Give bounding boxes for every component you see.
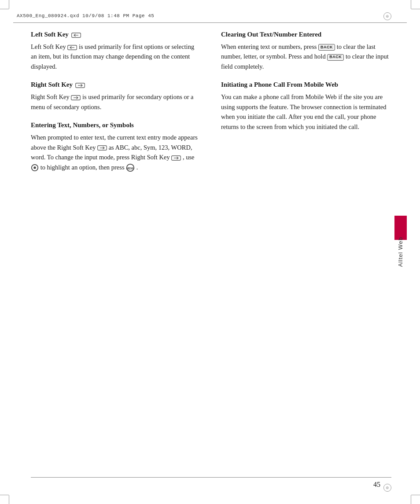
header-bar: AX500_Eng_080924.qxd 10/9/08 1:48 PM Pag… <box>13 9 407 23</box>
clearing-text-heading: Clearing Out Text/Number Entered <box>221 31 321 38</box>
svg-point-25 <box>33 167 36 169</box>
right-key-svg-body <box>71 95 81 101</box>
sidebar-label: Alltel Web <box>394 132 407 372</box>
right-soft-key-icon-title <box>75 81 85 88</box>
section-title-clearing-text: Clearing Out Text/Number Entered <box>221 31 389 38</box>
section-body-right-soft-key: Right Soft Key is used primarily for sec… <box>31 92 199 112</box>
right-key-svg-title <box>75 82 85 88</box>
left-soft-key-icon-body <box>67 43 79 50</box>
crop-mark-tr-h <box>411 9 420 9</box>
initiating-call-heading: Initiating a Phone Call From Mobile Web <box>221 81 338 88</box>
main-content: Left Soft Key Left Soft Key <box>31 31 389 473</box>
page-number: 45 <box>373 481 380 489</box>
bottom-divider <box>31 477 391 478</box>
registration-mark-top-right: ⊕ <box>383 12 391 20</box>
entering-text-heading: Entering Text, Numbers, or Symbols <box>31 121 134 129</box>
back-key-press: BACK <box>318 44 335 51</box>
crop-mark-br-v <box>411 495 411 504</box>
crop-mark-br-h <box>411 495 420 495</box>
right-soft-key-icon-entering <box>97 144 109 151</box>
left-key-svg-body <box>67 44 77 51</box>
left-key-svg-title <box>71 32 81 38</box>
right-key-svg-change <box>171 155 181 161</box>
sidebar-text: Alltel Web <box>397 237 404 267</box>
section-title-entering-text: Entering Text, Numbers, or Symbols <box>31 121 199 129</box>
back-key-hold: BACK <box>327 54 344 61</box>
crop-mark-tr-v <box>411 0 411 9</box>
header-text: AX500_Eng_080924.qxd 10/9/08 1:48 PM Pag… <box>17 13 154 18</box>
ok-key-icon: MENU <box>126 164 136 171</box>
right-soft-key-heading: Right Soft Key <box>31 81 73 88</box>
section-title-left-soft-key: Left Soft Key <box>31 31 199 38</box>
left-soft-key-heading: Left Soft Key <box>31 31 69 38</box>
section-body-entering-text: When prompted to enter text, the current… <box>31 132 199 172</box>
crop-mark-bl-v <box>9 495 9 504</box>
right-soft-key-icon-change <box>171 154 183 161</box>
left-soft-key-icon-title <box>71 31 81 38</box>
section-title-right-soft-key: Right Soft Key <box>31 81 199 88</box>
crop-mark-bl-h <box>0 495 9 495</box>
nav-key-icon <box>31 164 41 171</box>
right-soft-key-icon-body <box>71 93 82 100</box>
ok-key-svg: MENU <box>126 163 135 172</box>
section-body-left-soft-key: Left Soft Key is used primarily for firs… <box>31 42 199 71</box>
nav-key-svg <box>31 164 39 172</box>
right-column: Clearing Out Text/Number Entered When en… <box>217 31 389 473</box>
svg-text:MENU: MENU <box>126 167 135 170</box>
section-title-initiating-call: Initiating a Phone Call From Mobile Web <box>221 81 389 88</box>
section-body-initiating-call: You can make a phone call from Mobile We… <box>221 92 389 132</box>
left-column: Left Soft Key Left Soft Key <box>31 31 203 473</box>
right-key-svg-entering <box>97 145 107 151</box>
registration-mark-bottom-right: ⊕ <box>383 484 391 492</box>
crop-mark-tl-v <box>9 0 9 9</box>
section-body-clearing-text: When entering text or numbers, press BAC… <box>221 42 389 71</box>
crop-mark-tl-h <box>0 9 9 9</box>
